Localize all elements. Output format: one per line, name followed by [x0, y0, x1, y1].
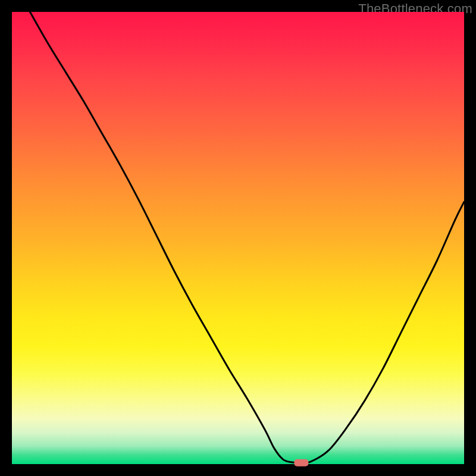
- curve-line: [30, 12, 464, 463]
- chart-frame: TheBottleneck.com: [0, 0, 476, 476]
- plot-area: [12, 12, 464, 464]
- optimum-marker: [294, 459, 308, 466]
- bottleneck-curve: [12, 12, 464, 464]
